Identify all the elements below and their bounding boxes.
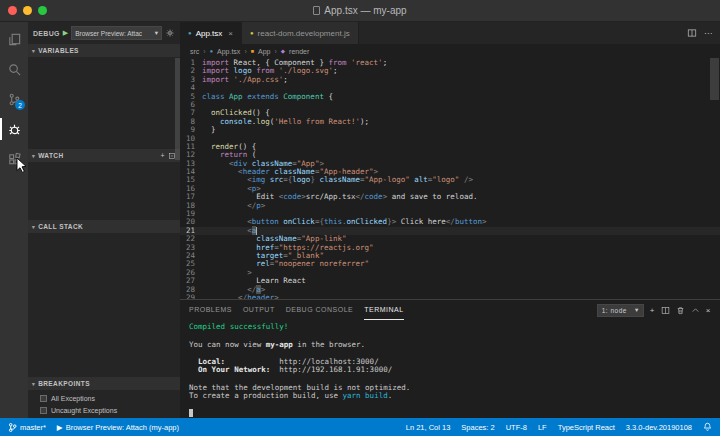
terminal-instance-value: 1: node — [602, 307, 627, 314]
breakpoint-all-exceptions[interactable]: All Exceptions — [28, 392, 180, 404]
close-tab-icon[interactable]: × — [228, 29, 233, 38]
encoding-status[interactable]: UTF-8 — [506, 423, 527, 432]
react-file-icon: ● — [188, 30, 192, 36]
tab-debug-console[interactable]: DEBUG CONSOLE — [286, 300, 354, 320]
split-editor-icon[interactable] — [687, 28, 697, 38]
terminal-line: On Your Network: http://192.168.1.91:300… — [189, 366, 711, 375]
call-stack-section-label: CALL STACK — [38, 223, 83, 230]
code-line[interactable]: 18 </p> — [180, 202, 720, 210]
breadcrumb: src › ● App.tsx › ■ App › ◆ render — [180, 44, 720, 58]
line-number[interactable]: 29 — [180, 294, 202, 300]
debug-view-title: DEBUG — [33, 30, 60, 37]
tab-app-tsx[interactable]: ● App.tsx × — [180, 22, 242, 44]
cursor-position-status[interactable]: Ln 21, Col 13 — [406, 423, 451, 432]
uncaught-exceptions-checkbox[interactable] — [40, 407, 47, 414]
debug-toolbar: DEBUG ▶ Browser Preview: Attac ▾ — [28, 22, 180, 44]
variables-section-header[interactable]: ▾ VARIABLES — [28, 44, 180, 57]
git-branch-status[interactable]: master* — [8, 422, 46, 433]
breadcrumb-item-method[interactable]: render — [289, 48, 309, 55]
debug-target-status[interactable]: ▶ Browser Preview: Attach (my-app) — [57, 423, 179, 432]
code-line[interactable]: 9 } — [180, 126, 720, 134]
debug-settings-gear-icon[interactable] — [165, 28, 175, 38]
terminal-instance-dropdown[interactable]: 1: node ▾ — [597, 304, 644, 317]
code-line[interactable]: 8 console.log('Hello from React!'); — [180, 118, 720, 126]
code-lines: 1import React, { Component } from 'react… — [180, 59, 720, 299]
breadcrumb-item-src[interactable]: src — [190, 48, 199, 55]
terminal-cursor — [189, 409, 193, 417]
editor-scrollbar[interactable] — [710, 58, 719, 100]
code-editor[interactable]: 1import React, { Component } from 'react… — [180, 58, 720, 299]
kill-terminal-icon[interactable] — [676, 306, 685, 315]
add-watch-expression-icon[interactable]: + — [161, 152, 166, 159]
tab-terminal[interactable]: TERMINAL — [364, 300, 403, 320]
breakpoint-uncaught-exceptions[interactable]: Uncaught Exceptions — [28, 404, 180, 416]
code-line[interactable]: 20 <button onClick={this.onClicked}> Cli… — [180, 218, 720, 226]
vscode-window: App.tsx — my-app 2 DEBU — [0, 0, 720, 436]
window-controls — [8, 0, 47, 21]
editor-actions: ⋯ — [679, 22, 720, 44]
code-line[interactable]: 5class App extends Component { — [180, 93, 720, 101]
tab-output[interactable]: OUTPUT — [243, 300, 275, 320]
call-stack-section-header[interactable]: ▾ CALL STACK — [28, 220, 180, 233]
breakpoints-section-label: BREAKPOINTS — [38, 380, 90, 387]
breadcrumb-item-file[interactable]: App.tsx — [217, 48, 240, 55]
scm-badge: 2 — [15, 100, 25, 110]
terminal-line — [189, 401, 711, 410]
split-terminal-icon[interactable] — [661, 306, 670, 315]
more-actions-icon[interactable]: ⋯ — [704, 29, 712, 38]
branch-label: master* — [20, 423, 46, 432]
breakpoints-section-header[interactable]: ▾ BREAKPOINTS — [28, 377, 180, 390]
close-window-button[interactable] — [8, 6, 17, 15]
debug-icon[interactable] — [0, 114, 28, 144]
minimize-window-button[interactable] — [23, 6, 32, 15]
editor-tab-bar: ● App.tsx × ● react-dom.development.js ⋯ — [180, 22, 720, 44]
tab-label: react-dom.development.js — [258, 29, 350, 38]
chevron-down-icon: ▾ — [32, 153, 35, 159]
watch-section-label: WATCH — [38, 152, 63, 159]
bottom-panel: PROBLEMS OUTPUT DEBUG CONSOLE TERMINAL 1… — [180, 299, 720, 418]
notifications-bell-icon[interactable] — [703, 422, 712, 432]
zoom-window-button[interactable] — [38, 6, 47, 15]
code-line[interactable]: 3import './App.css'; — [180, 76, 720, 84]
tab-problems[interactable]: PROBLEMS — [189, 300, 232, 320]
breadcrumb-item-class[interactable]: App — [258, 48, 270, 55]
new-terminal-icon[interactable]: + — [650, 306, 655, 315]
maximize-panel-icon[interactable] — [691, 306, 700, 315]
status-bar: master* ▶ Browser Preview: Attach (my-ap… — [0, 418, 720, 436]
code-line[interactable]: 25 rel="noopener noreferrer" — [180, 260, 720, 268]
debug-config-dropdown[interactable]: Browser Preview: Attac ▾ — [71, 26, 162, 40]
indentation-status[interactable]: Spaces: 2 — [461, 423, 494, 432]
window-title-text: App.tsx — my-app — [324, 5, 406, 16]
chevron-down-icon: ▾ — [32, 48, 35, 54]
all-exceptions-label: All Exceptions — [51, 395, 95, 402]
window-title: App.tsx — my-app — [313, 5, 406, 16]
explorer-icon[interactable] — [0, 24, 28, 54]
chevron-down-icon: ▾ — [155, 29, 158, 37]
code-line[interactable]: 15 <img src={logo} className="App-logo" … — [180, 176, 720, 184]
breadcrumb-separator: › — [244, 48, 246, 55]
close-panel-icon[interactable]: × — [706, 306, 711, 315]
debug-target-label: Browser Preview: Attach (my-app) — [66, 423, 179, 432]
tab-react-dom-development-js[interactable]: ● react-dom.development.js — [242, 22, 359, 44]
chevron-down-icon: ▾ — [32, 381, 35, 387]
watch-section-body — [28, 162, 180, 220]
code-line[interactable]: 29 </header> — [180, 294, 720, 300]
terminal-line: To create a production build, use yarn b… — [189, 392, 711, 401]
all-exceptions-checkbox[interactable] — [40, 395, 47, 402]
terminal-line: Compiled successfully! — [189, 323, 711, 332]
js-file-icon: ● — [250, 30, 254, 36]
watch-section-header[interactable]: ▾ WATCH + — [28, 149, 180, 162]
language-mode-status[interactable]: TypeScript React — [558, 423, 615, 432]
extensions-icon[interactable] — [0, 144, 28, 174]
code-line[interactable]: 11 render() { — [180, 143, 720, 151]
source-control-icon[interactable]: 2 — [0, 84, 28, 114]
activity-bar: 2 — [0, 22, 28, 418]
workbench: 2 DEBUG ▶ Browser Preview: Attac ▾ — [0, 22, 720, 418]
code-line[interactable]: 10 — [180, 135, 720, 143]
search-icon[interactable] — [0, 54, 28, 84]
eol-status[interactable]: LF — [538, 423, 547, 432]
start-debug-icon[interactable]: ▶ — [63, 29, 68, 37]
terminal[interactable]: Compiled successfully!You can now view m… — [180, 320, 720, 418]
uncaught-exceptions-label: Uncaught Exceptions — [51, 407, 117, 414]
breadcrumb-file-icon: ● — [210, 48, 213, 54]
